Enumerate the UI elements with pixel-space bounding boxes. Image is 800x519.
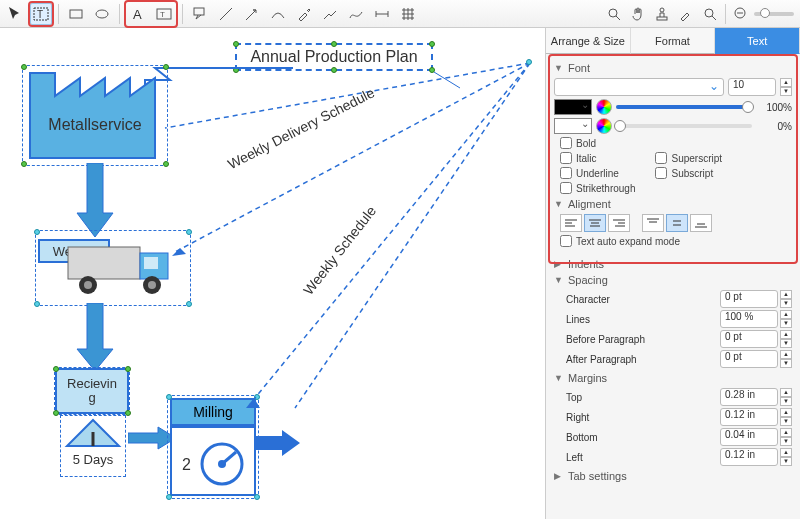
align-right[interactable]: [608, 214, 630, 232]
svg-rect-7: [194, 8, 204, 15]
section-spacing[interactable]: ▼Spacing: [554, 274, 792, 286]
tool-line[interactable]: [215, 3, 237, 25]
margin-top-label: Top: [566, 392, 582, 403]
tool-arrow[interactable]: [241, 3, 263, 25]
margin-right-input[interactable]: 0.12 in: [720, 408, 778, 426]
tool-curve[interactable]: [267, 3, 289, 25]
bg-color-swatch[interactable]: [554, 118, 592, 134]
tool-text-box[interactable]: T: [153, 3, 175, 25]
canvas[interactable]: Annual Production Plan Metallservice Wee…: [0, 28, 545, 519]
chk-underline[interactable]: Underline: [560, 167, 635, 179]
align-center[interactable]: [584, 214, 606, 232]
svg-line-18: [712, 16, 716, 20]
truck-group[interactable]: Weekly: [38, 233, 188, 303]
milling-out-arrow: [256, 428, 302, 458]
tool-dimension[interactable]: [371, 3, 393, 25]
font-size-stepper[interactable]: ▲▼: [780, 78, 792, 96]
margin-bottom-label: Bottom: [566, 432, 598, 443]
toolbar: T A T: [0, 0, 800, 28]
inspector: Arrange & Size Format Text ▼Font 10 ▲▼ 1…: [545, 28, 800, 519]
chk-subscript[interactable]: Subscript: [655, 167, 722, 179]
tool-stamp[interactable]: [651, 3, 673, 25]
svg-point-13: [609, 9, 617, 17]
triangle-days[interactable]: 5 Days: [63, 418, 123, 474]
margin-left-input[interactable]: 0.12 in: [720, 448, 778, 466]
inspector-tabs: Arrange & Size Format Text: [546, 28, 800, 54]
svg-point-17: [705, 9, 713, 17]
align-left[interactable]: [560, 214, 582, 232]
tool-hand[interactable]: [627, 3, 649, 25]
chk-strike[interactable]: Strikethrough: [560, 182, 635, 194]
tab-text[interactable]: Text: [715, 28, 800, 54]
margin-bottom-input[interactable]: 0.04 in: [720, 428, 778, 446]
tool-text[interactable]: A: [127, 3, 149, 25]
tool-callout[interactable]: [189, 3, 211, 25]
factory-shape[interactable]: Metallservice: [25, 68, 165, 163]
svg-rect-2: [70, 10, 82, 18]
after-stepper[interactable]: ▲▼: [780, 350, 792, 368]
margin-left-label: Left: [566, 452, 583, 463]
font-size-input[interactable]: 10: [728, 78, 776, 96]
chk-bold[interactable]: Bold: [560, 137, 635, 149]
zoom-out[interactable]: [730, 3, 752, 25]
svg-line-9: [246, 10, 256, 20]
section-tab-settings[interactable]: ▶Tab settings: [554, 470, 792, 482]
tool-rect[interactable]: [65, 3, 87, 25]
lines-input[interactable]: 100 %: [720, 310, 778, 328]
character-stepper[interactable]: ▲▼: [780, 290, 792, 308]
margin-right-label: Right: [566, 412, 589, 423]
tab-format[interactable]: Format: [631, 28, 716, 54]
tool-zoom-marquee[interactable]: [603, 3, 625, 25]
before-stepper[interactable]: ▲▼: [780, 330, 792, 348]
diag-label-2: Weekly Schedule: [300, 203, 379, 298]
tool-ellipse[interactable]: [91, 3, 113, 25]
bg-color-picker[interactable]: [596, 118, 612, 134]
svg-line-8: [220, 8, 232, 20]
font-family-select[interactable]: [554, 78, 724, 96]
lines-stepper[interactable]: ▲▼: [780, 310, 792, 328]
section-indents[interactable]: ▶Indents: [554, 258, 792, 270]
valign-top[interactable]: [642, 214, 664, 232]
before-input[interactable]: 0 pt: [720, 330, 778, 348]
after-input[interactable]: 0 pt: [720, 350, 778, 368]
valign-middle[interactable]: [666, 214, 688, 232]
after-label: After Paragraph: [566, 354, 637, 365]
character-input[interactable]: 0 pt: [720, 290, 778, 308]
bg-opacity-slider[interactable]: [616, 124, 752, 128]
before-label: Before Paragraph: [566, 334, 645, 345]
tab-arrange[interactable]: Arrange & Size: [546, 28, 631, 54]
lines-label: Lines: [566, 314, 590, 325]
svg-rect-15: [657, 17, 667, 20]
section-font[interactable]: ▼Font: [554, 62, 792, 74]
v-align-group: [642, 214, 712, 232]
chk-italic[interactable]: Italic: [560, 152, 635, 164]
bg-opacity-value: 0%: [756, 121, 792, 132]
toolbar-right: [603, 3, 794, 25]
chk-superscript[interactable]: Superscript: [655, 152, 722, 164]
tool-grid[interactable]: [397, 3, 419, 25]
chk-auto-expand[interactable]: Text auto expand mode: [560, 235, 680, 247]
text-color-picker[interactable]: [596, 99, 612, 115]
down-arrow-2[interactable]: [75, 303, 115, 373]
tool-eyedropper[interactable]: [293, 3, 315, 25]
text-opacity-value: 100%: [756, 102, 792, 113]
section-margins[interactable]: ▼Margins: [554, 372, 792, 384]
text-opacity-slider[interactable]: [616, 105, 752, 109]
milling-group[interactable]: Milling 2 2: [170, 398, 300, 506]
tool-text-frame[interactable]: T: [30, 3, 52, 25]
svg-line-37: [434, 72, 460, 88]
receiving-box[interactable]: Recievin g: [55, 368, 129, 414]
tool-search[interactable]: [699, 3, 721, 25]
tool-connector[interactable]: [319, 3, 341, 25]
svg-point-3: [96, 10, 108, 18]
zoom-slider[interactable]: [754, 12, 794, 16]
tool-pointer[interactable]: [4, 3, 26, 25]
tool-picker[interactable]: [675, 3, 697, 25]
valign-bottom[interactable]: [690, 214, 712, 232]
tool-freehand[interactable]: [345, 3, 367, 25]
section-alignment[interactable]: ▼Aligment: [554, 198, 792, 210]
down-arrow-1[interactable]: [75, 163, 115, 238]
character-label: Character: [566, 294, 610, 305]
text-color-swatch[interactable]: [554, 99, 592, 115]
margin-top-input[interactable]: 0.28 in: [720, 388, 778, 406]
